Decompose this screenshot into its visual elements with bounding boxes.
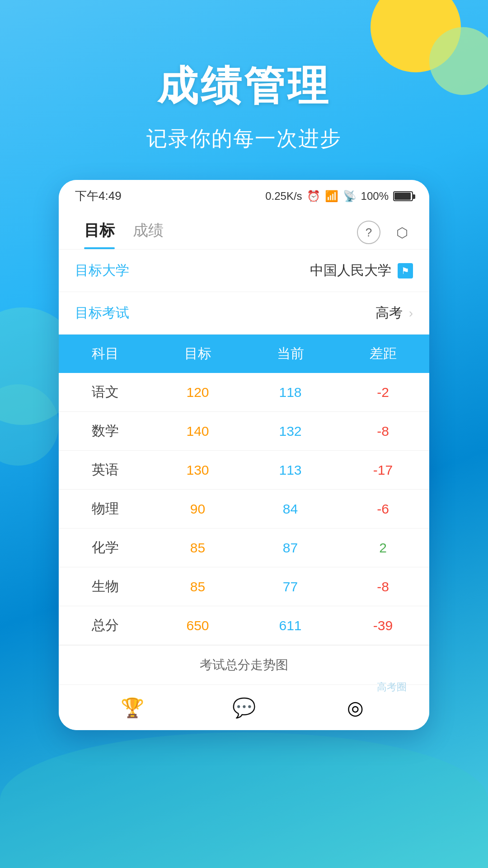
table-row: 生物8577-8 [59, 567, 429, 606]
cell-target-1: 140 [151, 412, 244, 451]
cell-current-3: 84 [244, 490, 337, 528]
cell-current-2: 113 [244, 451, 337, 490]
network-speed: 0.25K/s [265, 190, 302, 203]
table-row: 物理9084-6 [59, 490, 429, 528]
wifi-icon: 📡 [343, 190, 357, 203]
cell-subject-3: 物理 [59, 490, 151, 528]
flag-icon: ⚑ [398, 263, 413, 278]
cell-current-6: 611 [244, 606, 337, 645]
score-table-body: 语文120118-2数学140132-8英语130113-17物理9084-6化… [59, 373, 429, 645]
tab-scores[interactable]: 成绩 [124, 216, 173, 249]
bottom-nav-message[interactable]: 💬 [226, 694, 262, 721]
nav-tabs: 目标 成绩 ? ⬡ [59, 208, 429, 250]
cell-subject-5: 生物 [59, 567, 151, 606]
cell-diff-0: -2 [337, 373, 429, 412]
target-university-label: 目标大学 [75, 261, 129, 280]
help-button[interactable]: ? [357, 221, 380, 244]
signal-icon: 📶 [325, 190, 338, 203]
help-icon: ? [366, 226, 372, 240]
message-icon: 💬 [232, 697, 256, 719]
bottom-nav-profile[interactable]: ◎ [338, 694, 374, 721]
table-row: 语文120118-2 [59, 373, 429, 412]
share-button[interactable]: ⬡ [391, 222, 413, 243]
cell-diff-5: -8 [337, 567, 429, 606]
goals-icon: 🏆 [121, 697, 144, 719]
cell-subject-6: 总分 [59, 606, 151, 645]
trend-label: 考试总分走势图 [200, 656, 288, 674]
target-exam-row[interactable]: 目标考试 高考 › [59, 292, 429, 335]
cell-subject-2: 英语 [59, 451, 151, 490]
table-row: 总分650611-39 [59, 606, 429, 645]
cell-subject-4: 化学 [59, 528, 151, 567]
alarm-icon: ⏰ [307, 190, 320, 203]
col-header-diff: 差距 [337, 335, 429, 373]
cell-target-2: 130 [151, 451, 244, 490]
cell-subject-0: 语文 [59, 373, 151, 412]
battery-percent: 100% [361, 190, 389, 203]
score-table: 科目 目标 当前 差距 语文120118-2数学140132-8英语130113… [59, 335, 429, 645]
status-bar: 下午4:49 0.25K/s ⏰ 📶 📡 100% [59, 180, 429, 208]
status-time: 下午4:49 [75, 188, 122, 204]
cell-current-5: 77 [244, 567, 337, 606]
target-university-value: 中国人民大学 ⚑ [310, 261, 413, 280]
cell-diff-3: -6 [337, 490, 429, 528]
col-header-current: 当前 [244, 335, 337, 373]
share-icon: ⬡ [396, 225, 408, 241]
chevron-right-icon: › [409, 306, 413, 321]
watermark: 高考圈 [377, 680, 407, 694]
table-row: 英语130113-17 [59, 451, 429, 490]
cell-diff-2: -17 [337, 451, 429, 490]
bottom-nav-goals[interactable]: 🏆 [114, 694, 150, 721]
phone-mockup: 下午4:49 0.25K/s ⏰ 📶 📡 100% 目标 成绩 ? ⬡ [59, 180, 429, 730]
target-exam-value: 高考 › [375, 304, 413, 322]
cell-current-0: 118 [244, 373, 337, 412]
target-university-row[interactable]: 目标大学 中国人民大学 ⚑ [59, 250, 429, 292]
battery-icon [393, 191, 413, 201]
bottom-nav: 🏆 💬 ◎ [59, 684, 429, 730]
target-exam-label: 目标考试 [75, 304, 129, 322]
tab-goals[interactable]: 目标 [75, 216, 124, 249]
deco-wave-bottom [0, 732, 488, 868]
status-icons: 0.25K/s ⏰ 📶 📡 100% [265, 190, 413, 203]
cell-diff-6: -39 [337, 606, 429, 645]
cell-subject-1: 数学 [59, 412, 151, 451]
table-row: 数学140132-8 [59, 412, 429, 451]
profile-icon: ◎ [347, 697, 364, 719]
cell-target-6: 650 [151, 606, 244, 645]
cell-current-1: 132 [244, 412, 337, 451]
table-row: 化学85872 [59, 528, 429, 567]
table-header: 科目 目标 当前 差距 [59, 335, 429, 373]
col-header-subject: 科目 [59, 335, 151, 373]
cell-diff-1: -8 [337, 412, 429, 451]
cell-diff-4: 2 [337, 528, 429, 567]
trend-section[interactable]: 考试总分走势图 [59, 645, 429, 684]
sub-title: 记录你的每一次进步 [0, 125, 488, 153]
main-title: 成绩管理 [0, 59, 488, 114]
col-header-target: 目标 [151, 335, 244, 373]
cell-target-0: 120 [151, 373, 244, 412]
header-section: 成绩管理 记录你的每一次进步 [0, 0, 488, 153]
cell-target-4: 85 [151, 528, 244, 567]
cell-current-4: 87 [244, 528, 337, 567]
cell-target-3: 90 [151, 490, 244, 528]
nav-icons: ? ⬡ [357, 221, 413, 244]
cell-target-5: 85 [151, 567, 244, 606]
